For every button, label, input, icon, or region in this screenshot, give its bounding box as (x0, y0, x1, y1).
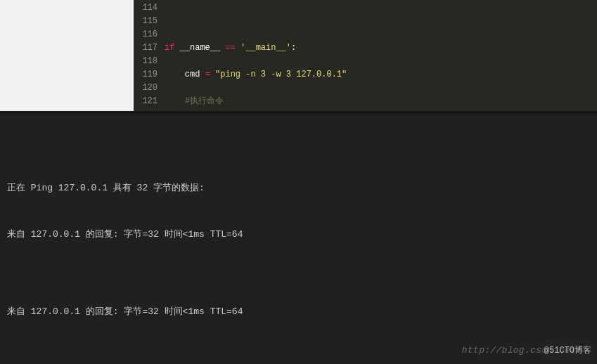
line-number: 116 (134, 28, 158, 41)
code-line (165, 15, 597, 28)
line-number: 118 (134, 55, 158, 68)
output-line: 正在 Ping 127.0.0.1 具有 32 字节的数据: (7, 181, 590, 196)
code-line: cmd = "ping -n 3 -w 3 127.0.0.1" (165, 68, 597, 82)
operator-eq: == (225, 43, 235, 53)
line-number: 117 (134, 41, 158, 55)
line-number: 115 (134, 15, 158, 28)
string-cmd: "ping -n 3 -w 3 127.0.0.1" (215, 70, 347, 79)
dunder-name: __name__ (180, 43, 221, 53)
code-area[interactable]: if __name__ == '__main__': cmd = "ping -… (165, 0, 597, 111)
line-number: 114 (134, 1, 158, 15)
colon: : (291, 43, 296, 53)
minimap (0, 0, 134, 111)
code-line: if __name__ == '__main__': (165, 41, 597, 55)
code-line: #执行命令 (165, 95, 597, 108)
line-number-gutter: 114 115 116 117 118 119 120 121 (134, 0, 165, 111)
output-pane[interactable]: 正在 Ping 127.0.0.1 具有 32 字节的数据: 来自 127.0.… (0, 112, 597, 364)
comment: #执行命令 (185, 96, 224, 106)
line-number: 119 (134, 68, 158, 82)
operator-assign: = (205, 70, 210, 79)
keyword-if: if (165, 43, 174, 53)
var-cmd: cmd (185, 70, 200, 79)
line-number: 120 (134, 82, 158, 95)
source-badge: @51CTO博客 (541, 342, 594, 360)
output-line: 来自 127.0.0.1 的回复: 字节=32 时间<1ms TTL=64 (7, 227, 590, 242)
output-line: 来自 127.0.0.1 的回复: 字节=32 时间<1ms TTL=64 (7, 304, 590, 320)
string-main: '__main__' (240, 43, 291, 53)
editor-pane: 114 115 116 117 118 119 120 121 if __nam… (0, 0, 597, 111)
line-number: 121 (134, 95, 158, 108)
